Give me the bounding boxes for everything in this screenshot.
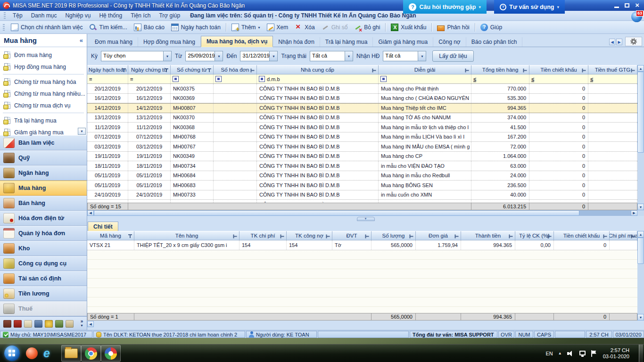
search-button[interactable]: Tìm kiếm... bbox=[86, 22, 130, 33]
dropdown-arrow-icon[interactable]: ▼ bbox=[269, 51, 277, 61]
calendar-button[interactable]: Ngày hạch toán bbox=[168, 22, 224, 33]
filter-posted-date[interactable]: = bbox=[87, 74, 128, 83]
faq-button[interactable]: ? Câu hỏi thường gặp ▾ bbox=[403, 0, 487, 14]
tray-expand-icon[interactable]: ▲ bbox=[558, 351, 562, 355]
detail-vertical-scrollbar[interactable]: ▲ ▼ bbox=[637, 231, 644, 321]
sidebar-link-4[interactable]: Chứng từ mua dịch vụ bbox=[0, 99, 87, 111]
dropdown-arrow-icon[interactable]: ▼ bbox=[163, 51, 171, 61]
dropdown-arrow-icon[interactable]: ▼ bbox=[215, 51, 223, 61]
menu-item-1[interactable]: Danh mục bbox=[27, 12, 61, 19]
view-button[interactable]: Xem bbox=[264, 22, 292, 33]
column-header-item-code[interactable]: Mã hàng bbox=[87, 231, 134, 240]
scrollbar-track[interactable] bbox=[637, 153, 644, 204]
sidebar-link-0[interactable]: Đơn mua hàng bbox=[0, 49, 87, 61]
filter-doc-no[interactable] bbox=[171, 74, 214, 83]
scrollbar-track[interactable] bbox=[637, 264, 644, 314]
table-row[interactable]: 24/10/201924/10/2019MH00733CÔNG TY TNHH … bbox=[87, 190, 637, 200]
gear-icon[interactable] bbox=[630, 38, 637, 45]
scrollbar-thumb[interactable] bbox=[94, 210, 579, 216]
table-row[interactable]: 13/12/201913/12/2019NK00370CÔNG TY TNHH … bbox=[87, 113, 637, 123]
branch-button[interactable]: Chọn chi nhánh làm việc bbox=[8, 22, 86, 33]
column-header-discount-rate[interactable]: Tỷ lệ CK (%) bbox=[515, 231, 554, 240]
table-row[interactable]: 11/12/201911/12/2019NK00368CÔNG TY TNHH … bbox=[87, 123, 637, 132]
sidebar-link-3[interactable]: Chứng từ mua hàng nhiều... bbox=[0, 88, 87, 99]
table-row[interactable]: 18/11/201918/11/2019MH00734CÔNG TY TNHH … bbox=[87, 161, 637, 171]
grid-horizontal-scrollbar[interactable]: ◀ ▶ bbox=[87, 210, 637, 216]
sidebar-link-1[interactable]: Hợp đồng mua hàng bbox=[0, 61, 87, 73]
support-button[interactable]: ? Tư vấn sử dụng ▾ bbox=[494, 0, 565, 14]
column-header-payable-account[interactable]: TK công nợ bbox=[287, 231, 332, 240]
cabinet-icon[interactable] bbox=[55, 320, 63, 328]
scroll-left-icon[interactable]: ◀ bbox=[87, 321, 94, 327]
notification-globe-icon[interactable]: 63 bbox=[631, 11, 642, 22]
scrollbar-thumb[interactable] bbox=[637, 72, 644, 153]
internet-explorer-icon[interactable]: e bbox=[43, 347, 50, 359]
file-explorer-taskbar-button[interactable] bbox=[61, 345, 81, 362]
mail-button[interactable]: Phản hồi bbox=[434, 22, 472, 33]
tab-1[interactable]: Hợp đồng mua hàng bbox=[138, 37, 201, 47]
tab-scroll-left-icon[interactable]: ◀ bbox=[609, 39, 615, 45]
module-safe[interactable]: Quỹ bbox=[0, 150, 87, 165]
column-header-expense-account[interactable]: TK chi phí bbox=[239, 231, 287, 240]
tab-5[interactable]: Giảm giá hàng mua bbox=[373, 37, 433, 47]
minimize-button[interactable] bbox=[614, 7, 619, 8]
volume-icon[interactable] bbox=[567, 350, 574, 356]
chrome-taskbar-button[interactable] bbox=[81, 345, 101, 362]
excel-button[interactable]: Xuất khẩu bbox=[388, 22, 429, 33]
column-header-doc-no[interactable]: Số chứng từ bbox=[171, 65, 214, 74]
report-icon[interactable] bbox=[34, 320, 42, 328]
filter-doc-date[interactable]: = bbox=[128, 74, 171, 83]
filter-vat[interactable]: ≤ bbox=[588, 74, 637, 83]
tab-6[interactable]: Công nợ bbox=[433, 37, 466, 47]
column-header-invoice-no[interactable]: Số hóa đơn bbox=[214, 65, 257, 74]
tab-7[interactable]: Báo cáo phân tích bbox=[466, 37, 523, 47]
menu-item-5[interactable]: Trợ giúp bbox=[155, 12, 184, 19]
action-center-flag-icon[interactable] bbox=[591, 350, 597, 357]
tab-scroll-right-icon[interactable]: ▶ bbox=[616, 39, 622, 45]
menu-item-2[interactable]: Nghiệp vụ bbox=[61, 12, 95, 19]
table-row[interactable]: 16/12/201916/12/2019NK00369CÔNG TY TNHH … bbox=[87, 94, 637, 104]
add-button[interactable]: Thêm▾ bbox=[228, 22, 264, 33]
dropdown-arrow-icon[interactable]: ▼ bbox=[418, 51, 426, 61]
module-payroll[interactable]: Tiền lương bbox=[0, 286, 87, 301]
column-header-vat[interactable]: Tiền thuế GTG bbox=[588, 65, 637, 74]
column-header-doc-date[interactable]: Ngày chứng từ bbox=[128, 65, 171, 74]
dropdown-arrow-icon[interactable]: ▼ bbox=[345, 51, 353, 61]
column-header-total-amount[interactable]: Tổng tiền hàng bbox=[471, 65, 529, 74]
table-row[interactable]: 05/11/201905/11/2019MH00684CÔNG TY TNHH … bbox=[87, 171, 637, 181]
report-button[interactable]: Báo cáo bbox=[131, 22, 168, 33]
column-header-unit[interactable]: ĐVT bbox=[332, 231, 372, 240]
scroll-down-icon[interactable]: ▼ bbox=[637, 204, 644, 210]
unpost-button[interactable]: Bỏ ghi bbox=[351, 22, 383, 33]
column-header-item-name[interactable]: Tên hàng bbox=[134, 231, 239, 240]
tab-4[interactable]: Trả lại hàng mua bbox=[320, 37, 373, 47]
scroll-up-icon[interactable]: ▲ bbox=[637, 231, 644, 238]
scrollbar-thumb[interactable] bbox=[637, 238, 644, 264]
column-header-purchase-cost[interactable]: Chi phí mua bbox=[610, 231, 637, 240]
grid-vertical-scrollbar[interactable]: ▲ ▼ bbox=[637, 65, 644, 210]
sidebar-link-2[interactable]: Chứng từ mua hàng hóa bbox=[0, 76, 87, 88]
filter-description[interactable] bbox=[379, 74, 471, 83]
sidebar-links-dropdown-icon[interactable]: ▼ bbox=[78, 128, 86, 135]
period-select[interactable]: Tùy chọn ▼ bbox=[101, 51, 172, 61]
journal-icon[interactable] bbox=[14, 320, 22, 328]
module-bank[interactable]: Ngân hàng bbox=[0, 165, 87, 181]
column-header-description[interactable]: Diễn giải bbox=[379, 65, 471, 74]
module-warehouse[interactable]: Kho bbox=[0, 241, 87, 256]
panel-splitter[interactable]: ▼ bbox=[87, 216, 644, 222]
collapse-sidebar-icon[interactable]: « bbox=[80, 37, 83, 44]
table-row[interactable]: 20/12/201920/12/2019NK00375CÔNG TY TNHH … bbox=[87, 84, 637, 94]
module-cart[interactable]: Mua hàng bbox=[0, 181, 87, 196]
module-sales[interactable]: Bán hàng bbox=[0, 196, 87, 211]
tab-detail[interactable]: Chi tiết bbox=[88, 222, 118, 231]
scroll-right-icon[interactable]: ▶ bbox=[631, 210, 637, 216]
module-tools[interactable]: Công cụ dụng cụ bbox=[0, 256, 87, 271]
table-row[interactable]: 07/12/201907/12/2019MH00768CÔNG TY TNHH … bbox=[87, 132, 637, 142]
filter-supplier[interactable]: d.m.b bbox=[257, 74, 379, 83]
column-header-supplier[interactable]: Nhà cung cấp bbox=[257, 65, 379, 74]
column-header-quantity[interactable]: Số lượng bbox=[372, 231, 416, 240]
column-header-unit-price[interactable]: Đơn giá bbox=[416, 231, 461, 240]
scroll-down-icon[interactable]: ▼ bbox=[637, 314, 644, 321]
more-modules-icon[interactable]: » ▼ bbox=[80, 320, 83, 328]
notes-icon[interactable] bbox=[66, 320, 74, 328]
